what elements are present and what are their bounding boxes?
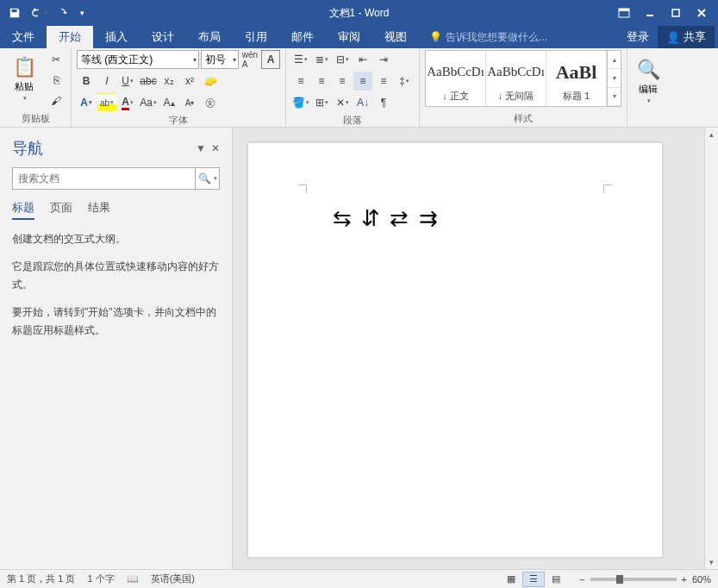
gallery-up-button[interactable]: ▴ xyxy=(608,51,621,69)
nav-dropdown-button[interactable]: ▼ xyxy=(196,142,206,154)
nav-tab-pages[interactable]: 页面 xyxy=(50,200,72,220)
align-right-button[interactable]: ≡ xyxy=(333,72,352,91)
nav-header: 导航 ▼ ✕ xyxy=(12,138,220,159)
font-color-button[interactable]: A▾ xyxy=(118,93,137,112)
numbering-button[interactable]: ≣▾ xyxy=(312,50,331,69)
tab-design[interactable]: 设计 xyxy=(140,26,186,48)
find-button[interactable]: 🔍 编辑 ▾ xyxy=(633,53,664,110)
web-layout-button[interactable]: ▤ xyxy=(545,572,567,587)
grow-font-button[interactable]: A▴ xyxy=(159,93,178,112)
borders-button[interactable]: ⊞▾ xyxy=(312,93,331,112)
vertical-scrollbar[interactable]: ▴ ▾ xyxy=(704,128,718,569)
highlight-button[interactable]: ab▾ xyxy=(97,93,116,112)
scroll-up-button[interactable]: ▴ xyxy=(705,128,718,141)
line-spacing-button[interactable]: ‡▾ xyxy=(395,72,414,91)
tab-mailings[interactable]: 邮件 xyxy=(279,26,326,48)
distributed-button[interactable]: ≡ xyxy=(374,72,393,91)
restore-button[interactable] xyxy=(665,3,687,22)
margin-mark-icon xyxy=(603,185,612,193)
zoom-thumb[interactable] xyxy=(616,575,623,584)
copy-button[interactable]: ⎘ xyxy=(47,71,66,90)
align-left-button[interactable]: ≡ xyxy=(291,72,310,91)
paste-button[interactable]: 📋 粘贴 ▾ xyxy=(5,50,43,107)
tab-file[interactable]: 文件 xyxy=(0,26,47,48)
gallery-scroll: ▴ ▾ ▾ xyxy=(607,51,621,106)
cut-button[interactable]: ✂ xyxy=(47,50,66,69)
underline-button[interactable]: U▾ xyxy=(118,72,137,91)
show-marks-button[interactable]: ¶ xyxy=(374,93,393,112)
clear-formatting-button[interactable]: 🧽 xyxy=(201,72,220,91)
bold-button[interactable]: B xyxy=(77,72,96,91)
italic-button[interactable]: I xyxy=(97,72,116,91)
style-heading-1[interactable]: AaBl 标题 1 xyxy=(546,51,607,106)
gallery-more-button[interactable]: ▾ xyxy=(608,88,621,106)
tab-home[interactable]: 开始 xyxy=(47,26,93,48)
style-preview: AaBbCcDı xyxy=(487,54,545,90)
dropdown-icon: ▾ xyxy=(214,175,217,182)
font-size-combo[interactable]: 初号▾ xyxy=(201,50,239,69)
zoom-out-button[interactable]: − xyxy=(579,574,584,585)
tab-layout[interactable]: 布局 xyxy=(186,26,233,48)
align-center-button[interactable]: ≡ xyxy=(312,72,331,91)
nav-search-input[interactable] xyxy=(13,172,195,185)
share-button[interactable]: 👤 共享 xyxy=(658,26,715,48)
close-button[interactable] xyxy=(690,3,713,22)
shading-button[interactable]: 🪣▾ xyxy=(291,93,310,112)
print-layout-button[interactable]: ☰ xyxy=(522,572,545,587)
clipboard-icon: 📋 xyxy=(13,56,36,78)
login-button[interactable]: 登录 xyxy=(618,29,658,45)
status-word-count[interactable]: 1 个字 xyxy=(87,572,114,585)
change-case-button[interactable]: Aa▾ xyxy=(139,93,158,112)
save-button[interactable] xyxy=(3,2,26,24)
status-page[interactable]: 第 1 页，共 1 页 xyxy=(7,572,75,585)
zoom-level[interactable]: 60% xyxy=(692,574,711,585)
style-normal[interactable]: AaBbCcDı ↓ 正文 xyxy=(426,51,486,106)
phonetic-guide-button[interactable]: wénA xyxy=(240,50,259,69)
gallery-down-button[interactable]: ▾ xyxy=(608,69,621,87)
strikethrough-button[interactable]: abc xyxy=(139,72,158,91)
bullets-button[interactable]: ☰▾ xyxy=(291,50,310,69)
shrink-font-button[interactable]: A▾ xyxy=(180,93,199,112)
redo-button[interactable] xyxy=(52,2,74,24)
share-icon: 👤 xyxy=(666,31,680,44)
style-no-spacing[interactable]: AaBbCcDı ↓ 无间隔 xyxy=(486,51,546,106)
asian-layout-button[interactable]: ✕▾ xyxy=(333,93,352,112)
superscript-button[interactable]: x² xyxy=(180,72,199,91)
zoom-slider[interactable] xyxy=(590,578,677,581)
decrease-indent-button[interactable]: ⇤ xyxy=(353,50,372,69)
dropdown-icon: ▾ xyxy=(44,9,47,16)
tab-review[interactable]: 审阅 xyxy=(326,26,372,48)
read-mode-button[interactable]: ▦ xyxy=(500,572,522,587)
tab-references[interactable]: 引用 xyxy=(233,26,279,48)
status-language[interactable]: 英语(美国) xyxy=(151,572,195,585)
document-page[interactable]: ⇆ ⇵ ⇄ ⇉ xyxy=(248,143,662,557)
scroll-down-button[interactable]: ▾ xyxy=(705,555,718,569)
qat-customize-button[interactable]: ▾ xyxy=(76,2,88,24)
nav-tab-headings[interactable]: 标题 xyxy=(12,200,34,220)
sort-button[interactable]: A↓ xyxy=(353,93,372,112)
font-name-combo[interactable]: 等线 (西文正文)▾ xyxy=(77,50,199,69)
nav-help-text-2: 它是跟踪您的具体位置或快速移动内容的好方式。 xyxy=(12,258,220,293)
tab-insert[interactable]: 插入 xyxy=(93,26,140,48)
nav-close-button[interactable]: ✕ xyxy=(211,142,220,154)
undo-button[interactable]: ▾ xyxy=(28,2,50,24)
ribbon-display-options-button[interactable] xyxy=(613,3,635,22)
enclose-characters-button[interactable]: ㊛ xyxy=(201,93,220,112)
zoom-in-button[interactable]: + xyxy=(682,574,687,585)
nav-search-button[interactable]: 🔍▾ xyxy=(195,168,219,189)
nav-tab-results[interactable]: 结果 xyxy=(88,200,110,220)
nav-controls: ▼ ✕ xyxy=(196,142,220,154)
multilevel-list-button[interactable]: ⊟▾ xyxy=(333,50,352,69)
format-painter-button[interactable]: 🖌 xyxy=(47,91,66,110)
tell-me-label: 告诉我您想要做什么... xyxy=(446,30,547,45)
tell-me-search[interactable]: 💡 告诉我您想要做什么... xyxy=(419,26,547,48)
tab-view[interactable]: 视图 xyxy=(372,26,419,48)
justify-button[interactable]: ≡ xyxy=(353,72,372,91)
character-border-button[interactable]: A xyxy=(261,50,280,69)
increase-indent-button[interactable]: ⇥ xyxy=(374,50,393,69)
minimize-button[interactable] xyxy=(639,3,661,22)
subscript-button[interactable]: x₂ xyxy=(159,72,178,91)
status-proofing-icon[interactable]: 📖 xyxy=(127,573,139,585)
document-content[interactable]: ⇆ ⇵ ⇄ ⇉ xyxy=(333,205,440,232)
text-effects-button[interactable]: A▾ xyxy=(77,93,96,112)
